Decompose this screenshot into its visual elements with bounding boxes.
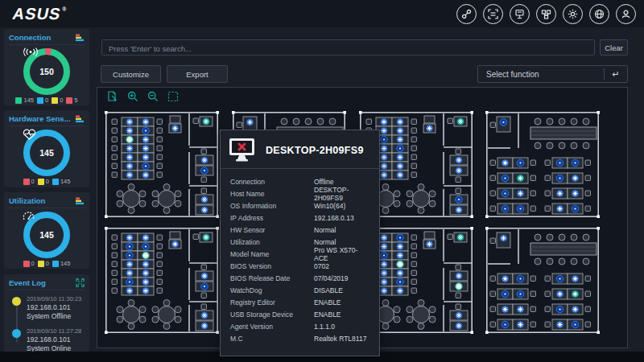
event-log-list: 2019/09/10 11:30:23192.168.0.101System O…	[9, 295, 85, 352]
popup-title: DESKTOP-2H09FS9	[266, 145, 364, 156]
search-box	[101, 39, 595, 56]
remote-server-icon[interactable]	[510, 4, 530, 24]
export-button[interactable]: Export	[167, 65, 228, 83]
user-profile-icon[interactable]	[616, 4, 636, 24]
hardware-legend: 00145	[9, 178, 85, 185]
event-log-item[interactable]: 2019/09/10 11:30:23192.168.0.101System O…	[9, 295, 85, 321]
connection-panel: Connection 150 145005	[4, 29, 89, 105]
customize-button[interactable]: Customize	[101, 65, 161, 83]
devices-group-icon[interactable]	[536, 4, 556, 24]
asus-control-center: ASUS®	[0, 0, 644, 362]
zoom-in-icon[interactable]	[127, 91, 138, 102]
connection-legend: 145005	[9, 97, 85, 104]
floorplan-block[interactable]	[485, 111, 600, 218]
map-toolbar	[107, 91, 179, 102]
signal-icon	[23, 47, 39, 56]
legend-item: 145	[52, 260, 71, 267]
popup-row: Registry EditorENABLE	[230, 296, 369, 308]
popup-row: BIOS Release Date07/04/2019	[230, 272, 369, 284]
connect-link-icon[interactable]	[456, 4, 477, 24]
gauge-icon	[23, 211, 35, 221]
globe-icon[interactable]	[589, 4, 609, 24]
scan-icon[interactable]	[483, 4, 503, 24]
asus-logo: ASUS®	[11, 5, 68, 23]
offline-monitor-icon	[229, 138, 256, 162]
popup-row: HW SensorNormal	[230, 224, 369, 236]
legend-item: 145	[52, 178, 71, 185]
settings-gear-icon[interactable]	[563, 4, 583, 24]
mini-bar-chart-icon[interactable]	[75, 115, 85, 123]
report-select-icon[interactable]	[107, 91, 118, 102]
search-input[interactable]	[102, 42, 607, 56]
legend-item: 145	[15, 97, 34, 104]
utilization-legend: 00145	[9, 260, 85, 267]
select-function-label: Select function	[478, 70, 604, 79]
legend-item: 0	[38, 260, 49, 267]
marquee-select-icon[interactable]	[167, 91, 179, 102]
utilization-total: 145	[39, 231, 54, 239]
floorplan-block[interactable]	[105, 227, 219, 334]
hardware-sensor-panel: Hardware Sens... 145 00145	[4, 110, 89, 187]
select-function-dropdown[interactable]: Select function ↵	[477, 65, 628, 83]
popup-row: Host NameDESKTOP-2H09FS9	[230, 187, 369, 200]
legend-item: 0	[23, 178, 35, 185]
panel-title: Hardware Sens...	[9, 114, 71, 123]
connection-donut: 150	[23, 47, 71, 96]
enter-icon[interactable]: ↵	[604, 68, 627, 80]
popup-row: Agent Version1.1.1.0	[230, 320, 369, 332]
zoom-out-icon[interactable]	[147, 91, 159, 102]
topbar: ASUS®	[0, 0, 644, 27]
event-log-panel: Event Log 2019/09/10 11:30:23192.168.0.1…	[4, 274, 89, 352]
topbar-icons	[456, 4, 636, 24]
utilization-donut: 145	[23, 211, 71, 259]
legend-item: 0	[37, 97, 48, 104]
popup-row: M.CRealtek RTL8117	[230, 332, 369, 344]
popup-row: IP Address192.168.0.13	[230, 212, 369, 224]
panel-title: Event Log	[9, 278, 46, 287]
event-log-item[interactable]: 2019/09/10 11:27:28192.168.0.101System O…	[9, 327, 85, 352]
floorplan-block[interactable]	[105, 111, 219, 218]
popup-row: USB Storage DeviceENABLE	[230, 308, 369, 320]
expand-icon[interactable]	[76, 278, 85, 287]
popup-rows: ConnectionOfflineHost NameDESKTOP-2H09FS…	[221, 174, 379, 346]
mini-bar-chart-icon[interactable]	[75, 34, 85, 42]
connection-total: 150	[39, 68, 54, 76]
legend-item: 5	[66, 97, 77, 104]
floorplan-block[interactable]	[485, 227, 600, 334]
popup-row: WatchDogDISABLE	[230, 284, 369, 296]
panel-title: Connection	[9, 33, 51, 42]
hardware-donut: 145	[23, 129, 71, 177]
divider	[221, 168, 379, 169]
clear-button[interactable]: Clear	[600, 39, 628, 56]
heart-pulse-icon	[23, 129, 36, 140]
legend-item: 0	[23, 260, 35, 267]
device-info-popup: DESKTOP-2H09FS9 ConnectionOfflineHost Na…	[220, 130, 380, 356]
legend-item: 0	[52, 97, 63, 104]
popup-row: Model NamePro WS X570-ACE	[230, 248, 369, 260]
panel-title: Utilization	[9, 196, 45, 205]
hardware-total: 145	[39, 149, 54, 157]
legend-item: 0	[38, 178, 49, 185]
mini-bar-chart-icon[interactable]	[75, 197, 85, 205]
utilization-panel: Utilization 145 00145	[4, 192, 89, 269]
